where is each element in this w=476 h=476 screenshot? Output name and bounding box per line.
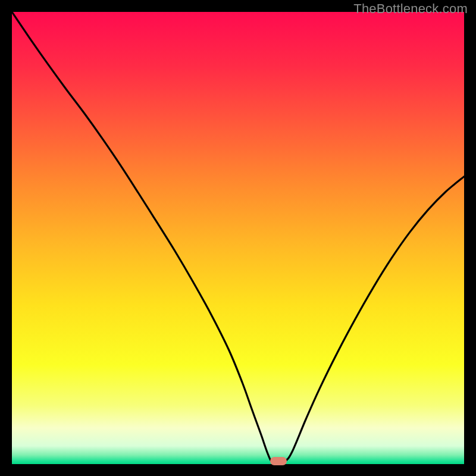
bottleneck-chart bbox=[12, 12, 464, 464]
gradient-background bbox=[12, 12, 464, 464]
optimal-marker bbox=[270, 457, 287, 465]
gradient-plot bbox=[12, 12, 464, 464]
source-watermark: TheBottleneck.com bbox=[353, 1, 468, 17]
